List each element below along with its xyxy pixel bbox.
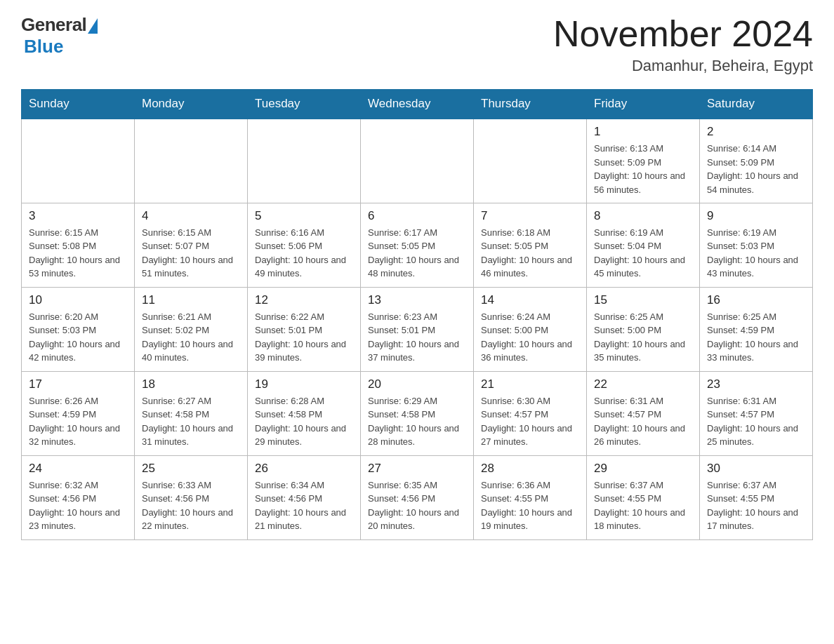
day-info: Sunrise: 6:34 AMSunset: 4:56 PMDaylight:… <box>255 478 353 533</box>
day-number: 22 <box>594 377 692 391</box>
calendar-cell <box>248 119 361 203</box>
day-info: Sunrise: 6:30 AMSunset: 4:57 PMDaylight:… <box>481 394 579 449</box>
day-of-week-header: Thursday <box>474 90 587 119</box>
day-info: Sunrise: 6:29 AMSunset: 4:58 PMDaylight:… <box>368 394 466 449</box>
day-info: Sunrise: 6:21 AMSunset: 5:02 PMDaylight:… <box>142 310 240 365</box>
day-info: Sunrise: 6:18 AMSunset: 5:05 PMDaylight:… <box>481 226 579 281</box>
calendar-cell: 25Sunrise: 6:33 AMSunset: 4:56 PMDayligh… <box>135 455 248 539</box>
day-info: Sunrise: 6:19 AMSunset: 5:03 PMDaylight:… <box>707 226 805 281</box>
calendar-cell: 27Sunrise: 6:35 AMSunset: 4:56 PMDayligh… <box>361 455 474 539</box>
day-number: 5 <box>255 209 353 223</box>
day-info: Sunrise: 6:20 AMSunset: 5:03 PMDaylight:… <box>29 310 127 365</box>
day-info: Sunrise: 6:14 AMSunset: 5:09 PMDaylight:… <box>707 142 805 196</box>
calendar-cell: 23Sunrise: 6:31 AMSunset: 4:57 PMDayligh… <box>700 371 813 455</box>
page-header: General Blue November 2024 Damanhur, Beh… <box>21 14 813 75</box>
calendar-cell: 28Sunrise: 6:36 AMSunset: 4:55 PMDayligh… <box>474 455 587 539</box>
day-info: Sunrise: 6:15 AMSunset: 5:08 PMDaylight:… <box>29 226 127 281</box>
day-of-week-header: Tuesday <box>248 90 361 119</box>
day-info: Sunrise: 6:28 AMSunset: 4:58 PMDaylight:… <box>255 394 353 449</box>
calendar-table: SundayMondayTuesdayWednesdayThursdayFrid… <box>21 89 813 540</box>
day-info: Sunrise: 6:24 AMSunset: 5:00 PMDaylight:… <box>481 310 579 365</box>
day-number: 9 <box>707 209 805 223</box>
calendar-cell: 5Sunrise: 6:16 AMSunset: 5:06 PMDaylight… <box>248 203 361 287</box>
calendar-cell: 19Sunrise: 6:28 AMSunset: 4:58 PMDayligh… <box>248 371 361 455</box>
calendar-cell <box>135 119 248 203</box>
calendar-cell: 13Sunrise: 6:23 AMSunset: 5:01 PMDayligh… <box>361 287 474 371</box>
calendar-cell: 1Sunrise: 6:13 AMSunset: 5:09 PMDaylight… <box>587 119 700 203</box>
calendar-cell: 16Sunrise: 6:25 AMSunset: 4:59 PMDayligh… <box>700 287 813 371</box>
day-number: 10 <box>29 293 127 307</box>
calendar-cell: 3Sunrise: 6:15 AMSunset: 5:08 PMDaylight… <box>22 203 135 287</box>
day-info: Sunrise: 6:37 AMSunset: 4:55 PMDaylight:… <box>707 478 805 533</box>
day-number: 29 <box>594 462 692 476</box>
calendar-cell: 7Sunrise: 6:18 AMSunset: 5:05 PMDaylight… <box>474 203 587 287</box>
location-text: Damanhur, Beheira, Egypt <box>553 57 813 75</box>
day-number: 28 <box>481 462 579 476</box>
calendar-week-row: 1Sunrise: 6:13 AMSunset: 5:09 PMDaylight… <box>22 119 813 203</box>
calendar-cell: 26Sunrise: 6:34 AMSunset: 4:56 PMDayligh… <box>248 455 361 539</box>
day-number: 17 <box>29 377 127 391</box>
calendar-cell: 17Sunrise: 6:26 AMSunset: 4:59 PMDayligh… <box>22 371 135 455</box>
calendar-week-row: 17Sunrise: 6:26 AMSunset: 4:59 PMDayligh… <box>22 371 813 455</box>
day-info: Sunrise: 6:25 AMSunset: 5:00 PMDaylight:… <box>594 310 692 365</box>
calendar-header-row: SundayMondayTuesdayWednesdayThursdayFrid… <box>22 90 813 119</box>
logo-general-text: General <box>21 14 86 36</box>
title-section: November 2024 Damanhur, Beheira, Egypt <box>553 14 813 75</box>
calendar-cell: 6Sunrise: 6:17 AMSunset: 5:05 PMDaylight… <box>361 203 474 287</box>
calendar-cell <box>22 119 135 203</box>
day-number: 13 <box>368 293 466 307</box>
calendar-cell <box>361 119 474 203</box>
calendar-cell: 10Sunrise: 6:20 AMSunset: 5:03 PMDayligh… <box>22 287 135 371</box>
day-info: Sunrise: 6:26 AMSunset: 4:59 PMDaylight:… <box>29 394 127 449</box>
calendar-cell: 21Sunrise: 6:30 AMSunset: 4:57 PMDayligh… <box>474 371 587 455</box>
day-number: 16 <box>707 293 805 307</box>
day-number: 12 <box>255 293 353 307</box>
day-info: Sunrise: 6:33 AMSunset: 4:56 PMDaylight:… <box>142 478 240 533</box>
calendar-cell: 30Sunrise: 6:37 AMSunset: 4:55 PMDayligh… <box>700 455 813 539</box>
calendar-week-row: 10Sunrise: 6:20 AMSunset: 5:03 PMDayligh… <box>22 287 813 371</box>
day-of-week-header: Sunday <box>22 90 135 119</box>
day-number: 3 <box>29 209 127 223</box>
day-number: 18 <box>142 377 240 391</box>
day-number: 14 <box>481 293 579 307</box>
day-number: 2 <box>707 125 805 139</box>
day-number: 20 <box>368 377 466 391</box>
calendar-week-row: 24Sunrise: 6:32 AMSunset: 4:56 PMDayligh… <box>22 455 813 539</box>
day-number: 6 <box>368 209 466 223</box>
day-info: Sunrise: 6:13 AMSunset: 5:09 PMDaylight:… <box>594 142 692 196</box>
day-info: Sunrise: 6:31 AMSunset: 4:57 PMDaylight:… <box>594 394 692 449</box>
logo: General Blue <box>21 14 98 58</box>
day-info: Sunrise: 6:16 AMSunset: 5:06 PMDaylight:… <box>255 226 353 281</box>
month-title: November 2024 <box>553 14 813 54</box>
day-info: Sunrise: 6:37 AMSunset: 4:55 PMDaylight:… <box>594 478 692 533</box>
day-of-week-header: Wednesday <box>361 90 474 119</box>
logo-triangle-icon <box>88 18 98 34</box>
day-number: 7 <box>481 209 579 223</box>
calendar-cell: 18Sunrise: 6:27 AMSunset: 4:58 PMDayligh… <box>135 371 248 455</box>
day-info: Sunrise: 6:27 AMSunset: 4:58 PMDaylight:… <box>142 394 240 449</box>
day-number: 21 <box>481 377 579 391</box>
day-info: Sunrise: 6:25 AMSunset: 4:59 PMDaylight:… <box>707 310 805 365</box>
day-number: 26 <box>255 462 353 476</box>
day-info: Sunrise: 6:15 AMSunset: 5:07 PMDaylight:… <box>142 226 240 281</box>
day-info: Sunrise: 6:36 AMSunset: 4:55 PMDaylight:… <box>481 478 579 533</box>
calendar-cell: 22Sunrise: 6:31 AMSunset: 4:57 PMDayligh… <box>587 371 700 455</box>
calendar-cell: 8Sunrise: 6:19 AMSunset: 5:04 PMDaylight… <box>587 203 700 287</box>
day-info: Sunrise: 6:31 AMSunset: 4:57 PMDaylight:… <box>707 394 805 449</box>
calendar-cell: 2Sunrise: 6:14 AMSunset: 5:09 PMDaylight… <box>700 119 813 203</box>
day-info: Sunrise: 6:35 AMSunset: 4:56 PMDaylight:… <box>368 478 466 533</box>
day-number: 30 <box>707 462 805 476</box>
day-number: 27 <box>368 462 466 476</box>
day-number: 19 <box>255 377 353 391</box>
day-number: 15 <box>594 293 692 307</box>
calendar-week-row: 3Sunrise: 6:15 AMSunset: 5:08 PMDaylight… <box>22 203 813 287</box>
day-number: 24 <box>29 462 127 476</box>
day-number: 4 <box>142 209 240 223</box>
calendar-cell: 29Sunrise: 6:37 AMSunset: 4:55 PMDayligh… <box>587 455 700 539</box>
day-info: Sunrise: 6:32 AMSunset: 4:56 PMDaylight:… <box>29 478 127 533</box>
calendar-cell <box>474 119 587 203</box>
calendar-cell: 12Sunrise: 6:22 AMSunset: 5:01 PMDayligh… <box>248 287 361 371</box>
day-number: 8 <box>594 209 692 223</box>
day-info: Sunrise: 6:22 AMSunset: 5:01 PMDaylight:… <box>255 310 353 365</box>
day-info: Sunrise: 6:19 AMSunset: 5:04 PMDaylight:… <box>594 226 692 281</box>
